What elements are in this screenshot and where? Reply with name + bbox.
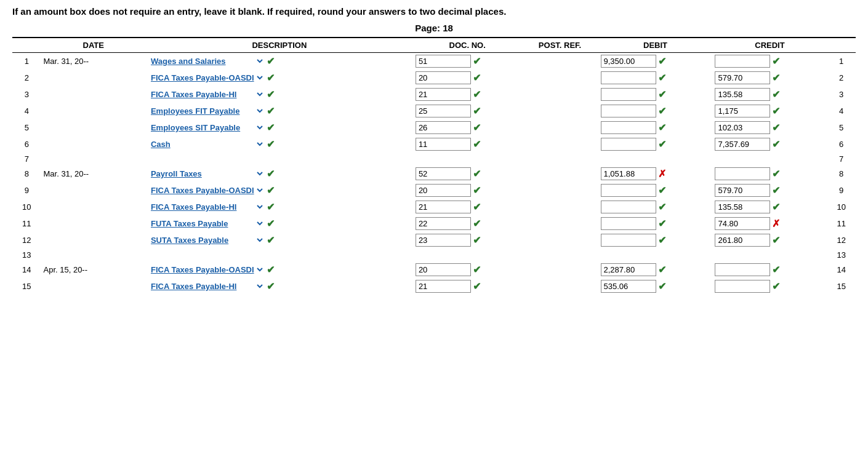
credit-input[interactable] (715, 55, 770, 68)
post-check-icon: ✔ (473, 201, 481, 213)
post-check-icon: ✔ (473, 185, 481, 196)
post-input[interactable] (416, 263, 471, 276)
col-header-post: POST. REF. (522, 38, 598, 53)
desc-check-icon: ✔ (267, 168, 275, 180)
post-input[interactable] (416, 201, 471, 213)
row-doc (413, 153, 522, 165)
row-linenum: 6 (827, 136, 856, 153)
credit-input[interactable] (715, 234, 770, 247)
row-doc-cell: ✔ (413, 182, 522, 199)
post-input[interactable] (416, 105, 471, 117)
credit-input[interactable] (715, 184, 770, 197)
post-check-icon: ✔ (473, 89, 481, 100)
post-input[interactable] (416, 217, 471, 230)
row-linenum: 13 (827, 248, 856, 261)
row-doc-cell: ✔ (413, 86, 522, 103)
desc-select[interactable]: Wages and SalariesFICA Taxes Payable-OAS… (148, 106, 265, 116)
credit-input[interactable] (715, 217, 770, 230)
desc-select[interactable]: Wages and SalariesFICA Taxes Payable-OAS… (148, 122, 265, 133)
post-input[interactable] (416, 184, 471, 197)
post-input[interactable] (416, 167, 471, 180)
debit-input[interactable] (601, 167, 656, 180)
row-doc (413, 248, 522, 261)
desc-select[interactable]: Wages and SalariesFICA Taxes Payable-OAS… (148, 169, 265, 179)
debit-input[interactable] (601, 105, 656, 117)
post-check-icon: ✔ (473, 234, 481, 246)
table-row: 4 Wages and SalariesFICA Taxes Payable-O… (12, 103, 856, 119)
row-desc-cell: Wages and SalariesFICA Taxes Payable-OAS… (146, 261, 413, 278)
credit-input[interactable] (715, 121, 770, 134)
debit-input[interactable] (601, 263, 656, 276)
debit-input[interactable] (601, 138, 656, 151)
debit-input[interactable] (601, 88, 656, 101)
debit-input[interactable] (601, 234, 656, 247)
credit-check-icon: ✔ (772, 168, 780, 180)
credit-input[interactable] (715, 105, 770, 117)
desc-select[interactable]: Wages and SalariesFICA Taxes Payable-OAS… (148, 73, 265, 83)
row-doc-cell: ✔ (413, 53, 522, 70)
row-debit-cell: ✔ (598, 136, 713, 153)
row-desc-cell: Wages and SalariesFICA Taxes Payable-OAS… (146, 232, 413, 248)
row-line: 11 (12, 215, 41, 232)
post-input[interactable] (416, 280, 471, 293)
row-line: 1 (12, 53, 41, 70)
row-credit-cell: ✔ (712, 165, 827, 182)
desc-select[interactable]: Wages and SalariesFICA Taxes Payable-OAS… (148, 202, 265, 212)
row-desc-cell: Wages and SalariesFICA Taxes Payable-OAS… (146, 182, 413, 199)
row-desc-cell: Wages and SalariesFICA Taxes Payable-OAS… (146, 119, 413, 136)
credit-check-icon: ✔ (772, 264, 780, 276)
credit-input[interactable] (715, 88, 770, 101)
credit-input[interactable] (715, 280, 770, 293)
desc-check-icon: ✔ (267, 218, 275, 229)
row-linenum: 14 (827, 261, 856, 278)
desc-select[interactable]: Wages and SalariesFICA Taxes Payable-OAS… (148, 281, 265, 292)
row-debit (598, 248, 713, 261)
row-date (41, 86, 145, 103)
desc-select[interactable]: Wages and SalariesFICA Taxes Payable-OAS… (148, 264, 265, 275)
row-post (522, 153, 598, 165)
table-row: 11 Wages and SalariesFICA Taxes Payable-… (12, 215, 856, 232)
desc-select[interactable]: Wages and SalariesFICA Taxes Payable-OAS… (148, 218, 265, 229)
table-row: 14 Apr. 15, 20-- Wages and SalariesFICA … (12, 261, 856, 278)
row-post (522, 248, 598, 261)
debit-input[interactable] (601, 184, 656, 197)
row-debit-cell: ✔ (598, 86, 713, 103)
row-line: 8 (12, 165, 41, 182)
post-input[interactable] (416, 234, 471, 247)
credit-input[interactable] (715, 138, 770, 151)
desc-select[interactable]: Wages and SalariesFICA Taxes Payable-OAS… (148, 185, 265, 196)
debit-check-icon: ✔ (658, 138, 666, 150)
debit-input[interactable] (601, 201, 656, 213)
desc-select[interactable]: Wages and SalariesFICA Taxes Payable-OAS… (148, 235, 265, 245)
desc-select[interactable]: Wages and SalariesFICA Taxes Payable-OAS… (148, 139, 265, 149)
desc-select[interactable]: Wages and SalariesFICA Taxes Payable-OAS… (148, 56, 265, 66)
post-input[interactable] (416, 121, 471, 134)
desc-select[interactable]: Wages and SalariesFICA Taxes Payable-OAS… (148, 89, 265, 100)
desc-check-icon: ✔ (267, 105, 275, 117)
row-date (41, 199, 145, 215)
post-input[interactable] (416, 55, 471, 68)
row-credit-cell: ✔ (712, 261, 827, 278)
debit-input[interactable] (601, 217, 656, 230)
post-input[interactable] (416, 88, 471, 101)
debit-check-icon: ✔ (658, 280, 666, 292)
debit-input[interactable] (601, 71, 656, 84)
post-check-icon: ✔ (473, 72, 481, 84)
credit-input[interactable] (715, 71, 770, 84)
post-input[interactable] (416, 138, 471, 151)
row-linenum: 12 (827, 232, 856, 248)
credit-input[interactable] (715, 263, 770, 276)
debit-input[interactable] (601, 280, 656, 293)
row-debit-cell: ✔ (598, 103, 713, 119)
table-row: 13 13 (12, 248, 856, 261)
row-desc (146, 153, 413, 165)
debit-input[interactable] (601, 121, 656, 134)
credit-input[interactable] (715, 201, 770, 213)
debit-input[interactable] (601, 55, 656, 68)
credit-input[interactable] (715, 167, 770, 180)
row-credit-cell: ✗ (712, 215, 827, 232)
row-date (41, 248, 145, 261)
post-input[interactable] (416, 71, 471, 84)
row-linenum: 1 (827, 53, 856, 70)
table-row: 8 Mar. 31, 20-- Wages and SalariesFICA T… (12, 165, 856, 182)
